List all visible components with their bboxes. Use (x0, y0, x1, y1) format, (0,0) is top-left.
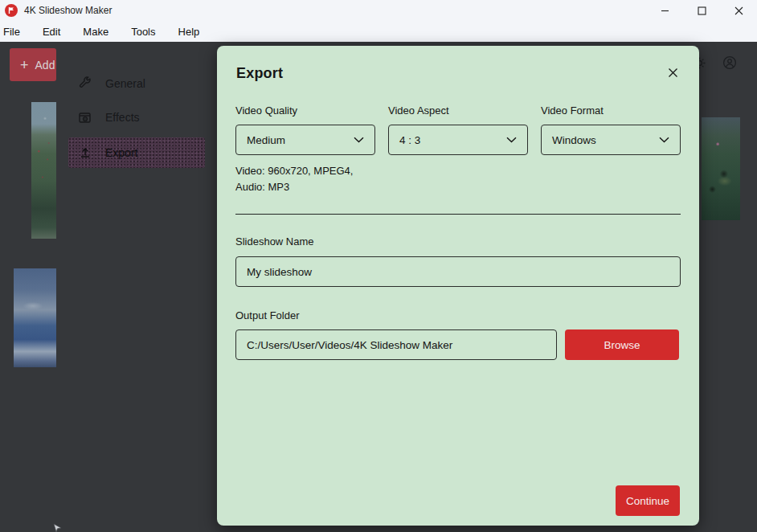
add-button-label: Add (35, 59, 55, 72)
minimize-button[interactable] (646, 0, 683, 21)
divider (235, 214, 681, 215)
chevron-down-icon (506, 137, 517, 143)
titlebar: 4K Slideshow Maker (0, 0, 757, 21)
export-dialog: Export Video Quality Video Aspect Video … (217, 46, 699, 526)
menu-item-label: Effects (105, 111, 140, 124)
menu-item-label: Export (105, 146, 137, 159)
app-flag-icon (5, 4, 18, 17)
menu-make[interactable]: Make (72, 21, 120, 42)
close-button[interactable] (720, 0, 757, 21)
menu-tools[interactable]: Tools (120, 21, 166, 42)
chevron-down-icon (354, 137, 364, 143)
output-folder-input[interactable] (235, 329, 557, 360)
menu-item-general[interactable]: General (68, 68, 205, 99)
video-format-label: Video Format (541, 104, 604, 117)
menubar: File Edit Make Tools Help (0, 21, 757, 42)
video-quality-select[interactable]: Medium (235, 125, 375, 155)
video-quality-value: Medium (247, 134, 285, 146)
codec-info: Video: 960x720, MPEG4, Audio: MP3 (235, 163, 353, 195)
dialog-title: Export (236, 65, 283, 82)
maximize-button[interactable] (683, 0, 720, 21)
cursor-icon (53, 522, 62, 532)
minimize-icon (661, 6, 669, 15)
app-window: 4K Slideshow Maker File Edit Make Tools … (0, 0, 757, 532)
slide-thumbnail-garden[interactable] (31, 102, 56, 239)
export-upload-icon (78, 145, 92, 160)
slideshow-name-input[interactable] (235, 256, 681, 287)
video-aspect-label: Video Aspect (388, 104, 449, 117)
video-format-select[interactable]: Windows (541, 125, 681, 155)
codec-info-audio: Audio: MP3 (235, 179, 353, 195)
add-photos-button[interactable]: + Add (10, 48, 56, 81)
wrench-icon (78, 76, 92, 91)
menu-item-effects[interactable]: Effects (68, 102, 205, 133)
maximize-icon (698, 6, 706, 15)
video-quality-label: Video Quality (235, 104, 297, 117)
menu-help[interactable]: Help (167, 21, 211, 42)
video-aspect-select[interactable]: 4 : 3 (388, 125, 528, 155)
slide-thumbnail-mountain[interactable] (14, 268, 56, 367)
close-icon (734, 6, 743, 15)
menu-edit[interactable]: Edit (31, 21, 72, 42)
menu-item-label: General (105, 77, 145, 90)
video-format-value: Windows (552, 134, 596, 146)
dialog-close-button[interactable] (664, 63, 681, 81)
window-controls (646, 0, 757, 21)
video-aspect-value: 4 : 3 (399, 134, 420, 146)
effects-icon (78, 110, 92, 125)
dialog-close-icon (668, 68, 678, 78)
codec-info-video: Video: 960x720, MPEG4, (235, 163, 353, 179)
account-icon[interactable] (722, 55, 737, 73)
output-folder-label: Output Folder (235, 309, 300, 321)
menu-item-export[interactable]: Export (68, 137, 205, 168)
slideshow-name-label: Slideshow Name (235, 235, 314, 248)
menu-file[interactable]: File (0, 21, 31, 42)
slide-thumbnail-lotus[interactable] (702, 117, 740, 220)
continue-button[interactable]: Continue (616, 485, 680, 516)
chevron-down-icon (659, 137, 669, 143)
window-title: 4K Slideshow Maker (24, 5, 112, 16)
plus-icon: + (20, 58, 29, 72)
browse-button[interactable]: Browse (565, 329, 679, 360)
